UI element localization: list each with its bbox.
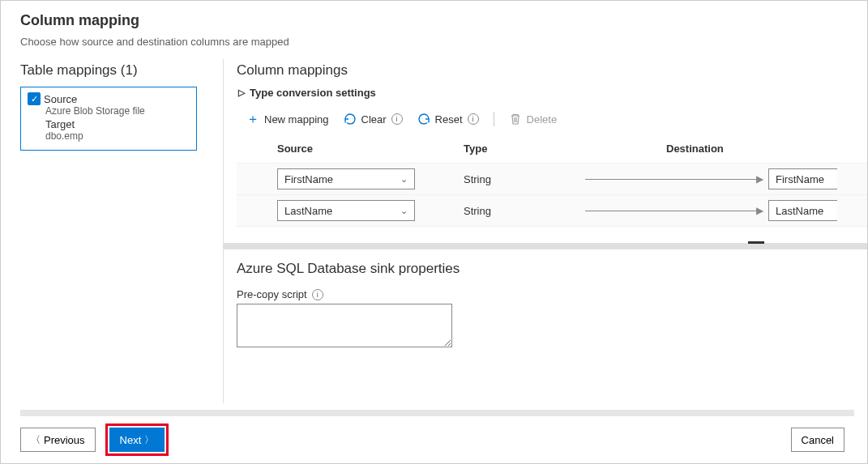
- caret-right-icon: ▷: [238, 87, 245, 98]
- mapping-grid: Source Type Destination FirstName ⌄ Stri…: [237, 138, 867, 227]
- cancel-button[interactable]: Cancel: [791, 428, 844, 452]
- chevron-left-icon: 〈: [31, 433, 41, 447]
- source-value: LastName: [284, 205, 332, 217]
- delete-button: Delete: [509, 113, 558, 126]
- type-conversion-toggle[interactable]: ▷ Type conversion settings: [238, 87, 867, 99]
- right-pane: Column mappings ▷ Type conversion settin…: [223, 59, 867, 403]
- previous-button[interactable]: 〈 Previous: [20, 428, 96, 452]
- next-button[interactable]: Next 〉: [109, 428, 165, 452]
- source-column-select[interactable]: LastName ⌄: [277, 200, 415, 221]
- table-mapping-card[interactable]: ✓ Source Azure Blob Storage file Target …: [20, 87, 197, 151]
- left-pane: Table mappings (1) ✓ Source Azure Blob S…: [20, 59, 223, 403]
- destination-value: FirstName: [776, 173, 824, 185]
- refresh-ccw-icon: [344, 113, 357, 126]
- checkmark-icon: ✓: [28, 92, 41, 105]
- card-source-detail: Azure Blob Storage file: [45, 105, 190, 117]
- body: Table mappings (1) ✓ Source Azure Blob S…: [1, 59, 867, 403]
- source-column-select[interactable]: FirstName ⌄: [277, 168, 415, 189]
- destination-value: LastName: [776, 205, 823, 217]
- page-title: Column mapping: [20, 12, 848, 29]
- horizontal-scrollbar[interactable]: [20, 410, 854, 416]
- mapping-toolbar: ＋ New mapping Clear i Reset i Delete: [237, 112, 867, 126]
- plus-icon: ＋: [246, 113, 259, 126]
- cancel-label: Cancel: [802, 434, 834, 446]
- chevron-down-icon: ⌄: [400, 206, 408, 216]
- trash-icon: [509, 113, 522, 126]
- card-target-label: Target: [45, 118, 190, 130]
- card-target-detail: dbo.emp: [45, 130, 190, 142]
- header-destination: Destination: [666, 143, 867, 155]
- toolbar-divider: [494, 112, 494, 126]
- highlight-annotation: Next 〉: [105, 424, 169, 456]
- refresh-cw-icon: [417, 113, 430, 126]
- type-value: String: [464, 173, 585, 185]
- delete-label: Delete: [527, 113, 558, 126]
- precopy-script-input[interactable]: [237, 304, 452, 347]
- clear-button[interactable]: Clear i: [344, 113, 403, 126]
- mapping-arrow: ▶: [585, 173, 763, 185]
- type-value: String: [464, 205, 585, 217]
- destination-column-field[interactable]: LastName: [768, 200, 837, 221]
- info-icon[interactable]: i: [391, 113, 403, 125]
- previous-label: Previous: [44, 434, 85, 446]
- drag-handle-icon: [748, 241, 764, 244]
- reset-label: Reset: [435, 113, 463, 126]
- card-source-label: Source: [44, 93, 77, 105]
- grid-header: Source Type Destination: [237, 138, 867, 163]
- footer: 〈 Previous Next 〉 Cancel: [1, 416, 867, 463]
- next-label: Next: [120, 434, 142, 446]
- chevron-down-icon: ⌄: [400, 174, 408, 185]
- new-mapping-button[interactable]: ＋ New mapping: [246, 113, 329, 126]
- info-icon[interactable]: i: [312, 289, 323, 300]
- page-subtitle: Choose how source and destination column…: [20, 36, 848, 48]
- table-mappings-title: Table mappings (1): [20, 62, 223, 79]
- header: Column mapping Choose how source and des…: [1, 1, 867, 59]
- sink-properties-title: Azure SQL Database sink properties: [237, 261, 867, 277]
- precopy-label: Pre-copy script i: [237, 288, 867, 300]
- pane-resize-handle[interactable]: [224, 243, 867, 249]
- reset-button[interactable]: Reset i: [417, 113, 479, 126]
- chevron-right-icon: 〉: [144, 433, 154, 447]
- source-value: FirstName: [284, 173, 333, 185]
- header-source: Source: [277, 143, 464, 155]
- new-mapping-label: New mapping: [264, 113, 329, 126]
- info-icon[interactable]: i: [468, 113, 479, 125]
- table-row: LastName ⌄ String ▶ LastName: [237, 194, 867, 227]
- destination-column-field[interactable]: FirstName: [768, 168, 837, 189]
- precopy-label-text: Pre-copy script: [237, 288, 307, 300]
- mapping-arrow: ▶: [585, 205, 763, 216]
- column-mappings-title: Column mappings: [237, 62, 867, 79]
- header-type: Type: [464, 143, 666, 155]
- type-conversion-label: Type conversion settings: [250, 87, 376, 99]
- table-row: FirstName ⌄ String ▶ FirstName: [237, 163, 867, 194]
- clear-label: Clear: [361, 113, 387, 126]
